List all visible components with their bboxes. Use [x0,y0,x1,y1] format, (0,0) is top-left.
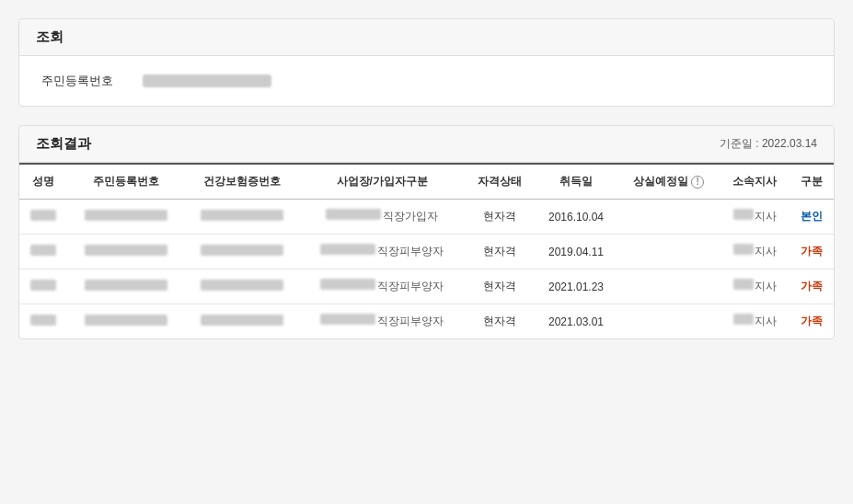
cell-branch: 지사 [720,269,790,304]
th-gubun: 구분 [790,164,834,200]
cell-acquire-date: 2019.04.11 [535,235,618,269]
cell-insurance [184,269,300,304]
result-section-title: 조회결과 [36,135,91,153]
cell-gubun: 본인 [790,200,834,235]
cell-acquire-date: 2021.03.01 [535,304,618,339]
result-section-header: 조회결과 기준일 : 2022.03.14 [19,126,834,163]
cell-id [67,304,183,339]
cell-status: 현자격 [465,235,535,269]
th-biz: 사업장/가입자구분 [300,164,465,200]
table-header-row: 성명 주민등록번호 건강보험증번호 사업장/가입자구분 자격상태 취득일 상실예… [19,164,834,200]
cell-gubun: 가족 [790,269,834,304]
th-name: 성명 [19,164,67,200]
cell-insurance [184,304,300,339]
page-container: 조회 주민등록번호 조회결과 기준일 : 2022.03.14 성명 주민등록번… [0,0,853,358]
query-section-body: 주민등록번호 [19,56,834,106]
th-branch: 소속지사 [720,164,790,200]
id-field-value [143,74,271,87]
result-table-container: 성명 주민등록번호 건강보험증번호 사업장/가입자구분 자격상태 취득일 상실예… [19,163,834,338]
th-status: 자격상태 [465,164,535,200]
cell-loss-date [617,269,720,304]
cell-biz: 직장피부양자 [300,235,465,269]
cell-id [67,235,183,269]
loss-info-icon[interactable]: ! [691,176,704,189]
table-row: 직장피부양자현자격2019.04.11지사가족 [19,235,834,269]
query-section: 조회 주민등록번호 [18,18,835,107]
result-section: 조회결과 기준일 : 2022.03.14 성명 주민등록번호 건강보험증번호 … [18,125,835,339]
query-section-title: 조회 [36,29,63,44]
result-table: 성명 주민등록번호 건강보험증번호 사업장/가입자구분 자격상태 취득일 상실예… [19,163,834,338]
cell-acquire-date: 2016.10.04 [535,200,618,235]
table-row: 직장가입자현자격2016.10.04지사본인 [19,200,834,235]
cell-name [19,200,67,235]
cell-gubun: 가족 [790,304,834,339]
cell-branch: 지사 [720,200,790,235]
cell-insurance [184,235,300,269]
cell-branch: 지사 [720,304,790,339]
cell-status: 현자격 [465,269,535,304]
cell-status: 현자격 [465,200,535,235]
cell-insurance [184,200,300,235]
cell-loss-date [617,304,720,339]
cell-biz: 직장피부양자 [300,304,465,339]
cell-name [19,235,67,269]
cell-id [67,269,183,304]
th-id: 주민등록번호 [67,164,183,200]
query-section-header: 조회 [19,19,834,56]
id-field-label: 주민등록번호 [41,73,124,89]
cell-loss-date [617,235,720,269]
cell-biz: 직장피부양자 [300,269,465,304]
th-insurance: 건강보험증번호 [184,164,300,200]
cell-name [19,304,67,339]
th-acquire: 취득일 [535,164,618,200]
cell-gubun: 가족 [790,235,834,269]
cell-status: 현자격 [465,304,535,339]
cell-branch: 지사 [720,235,790,269]
cell-acquire-date: 2021.01.23 [535,269,618,304]
cell-loss-date [617,200,720,235]
th-loss: 상실예정일 ! [617,164,720,200]
table-body: 직장가입자현자격2016.10.04지사본인직장피부양자현자격2019.04.1… [19,200,834,339]
cell-name [19,269,67,304]
cell-id [67,200,183,235]
result-base-date: 기준일 : 2022.03.14 [720,136,817,152]
table-row: 직장피부양자현자격2021.03.01지사가족 [19,304,834,339]
th-loss-label: 상실예정일 [633,174,688,189]
id-field-row: 주민등록번호 [41,73,812,89]
cell-biz: 직장가입자 [300,200,465,235]
table-row: 직장피부양자현자격2021.01.23지사가족 [19,269,834,304]
